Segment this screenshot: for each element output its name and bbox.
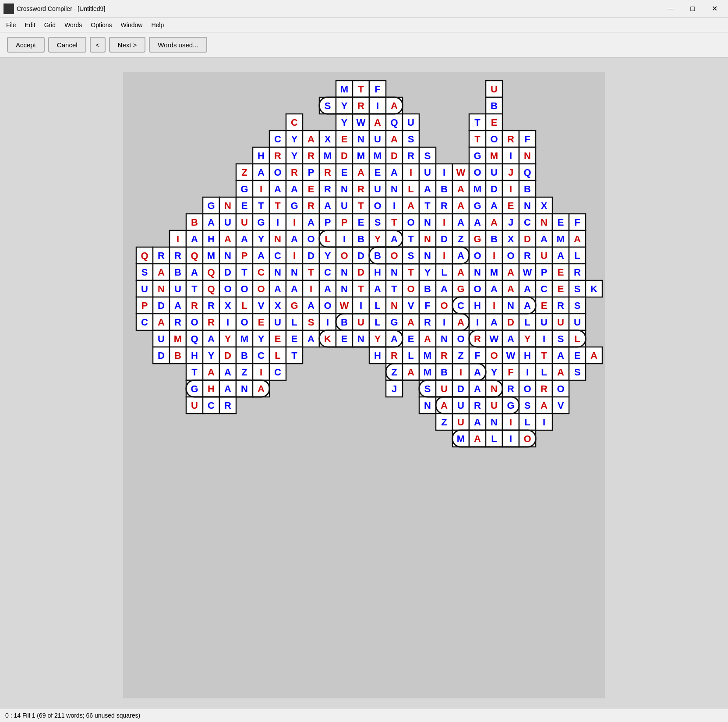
svg-text:I: I [293, 217, 296, 228]
svg-text:I: I [260, 184, 262, 195]
menu-help[interactable]: Help [147, 20, 168, 30]
window-controls[interactable]: — □ ✕ [661, 2, 724, 15]
cancel-button[interactable]: Cancel [48, 37, 86, 53]
svg-text:A: A [208, 367, 215, 378]
svg-text:B: B [441, 184, 448, 195]
svg-text:A: A [507, 333, 514, 344]
svg-text:A: A [391, 167, 398, 178]
svg-text:A: A [258, 167, 265, 178]
svg-text:E: E [491, 117, 498, 128]
svg-text:A: A [208, 217, 215, 228]
svg-text:Q: Q [390, 117, 398, 128]
menu-window[interactable]: Window [117, 20, 147, 30]
svg-text:Y: Y [524, 333, 531, 344]
svg-text:O: O [407, 283, 414, 294]
svg-text:P: P [141, 300, 148, 311]
svg-text:O: O [440, 300, 448, 311]
svg-text:A: A [441, 283, 448, 294]
svg-text:M: M [240, 333, 248, 344]
svg-text:A: A [191, 267, 198, 278]
menu-options[interactable]: Options [86, 20, 116, 30]
minimize-button[interactable]: — [661, 2, 681, 15]
svg-text:X: X [225, 300, 231, 311]
svg-text:C: C [258, 350, 265, 361]
svg-text:A: A [474, 217, 481, 228]
words-used-button[interactable]: Words used... [149, 37, 207, 53]
svg-text:D: D [507, 317, 514, 328]
svg-text:R: R [224, 400, 231, 411]
svg-text:A: A [457, 217, 464, 228]
svg-text:O: O [240, 283, 248, 294]
svg-text:N: N [341, 283, 348, 294]
svg-text:V: V [558, 400, 564, 411]
accept-button[interactable]: Accept [7, 37, 45, 53]
prev-button[interactable]: < [90, 37, 106, 53]
maximize-button[interactable]: □ [682, 2, 703, 15]
menu-edit[interactable]: Edit [21, 20, 40, 30]
svg-text:G: G [240, 184, 248, 195]
svg-text:T: T [358, 283, 364, 294]
svg-text:S: S [424, 383, 431, 394]
svg-text:A: A [474, 367, 481, 378]
svg-text:N: N [224, 200, 231, 211]
svg-text:A: A [424, 184, 431, 195]
svg-text:Z: Z [391, 367, 397, 378]
svg-text:T: T [408, 267, 414, 278]
svg-text:Y: Y [424, 267, 431, 278]
svg-text:G: G [290, 300, 298, 311]
svg-text:R: R [191, 300, 198, 311]
close-button[interactable]: ✕ [704, 2, 724, 15]
svg-text:W: W [357, 117, 366, 128]
svg-text:A: A [208, 333, 215, 344]
svg-text:Y: Y [341, 117, 348, 128]
crossword-grid: .cell-border { fill: white; stroke: #111… [123, 72, 605, 698]
svg-text:B: B [174, 350, 181, 361]
svg-text:I: I [509, 150, 512, 161]
svg-text:P: P [541, 267, 548, 278]
svg-text:B: B [491, 100, 498, 111]
svg-text:O: O [340, 250, 348, 261]
svg-text:N: N [391, 267, 398, 278]
svg-text:N: N [391, 300, 398, 311]
svg-text:A: A [507, 267, 514, 278]
svg-text:Q: Q [207, 267, 215, 278]
svg-text:E: E [375, 167, 381, 178]
svg-text:O: O [240, 317, 248, 328]
svg-text:H: H [374, 350, 381, 361]
svg-text:U: U [441, 383, 448, 394]
svg-text:A: A [391, 234, 398, 244]
svg-text:E: E [558, 217, 564, 228]
svg-text:B: B [241, 350, 248, 361]
svg-text:Y: Y [258, 333, 265, 344]
svg-text:J: J [508, 217, 513, 228]
svg-text:R: R [324, 167, 331, 178]
svg-text:N: N [274, 234, 281, 244]
svg-text:A: A [307, 300, 315, 311]
svg-text:D: D [457, 383, 464, 394]
svg-text:S: S [524, 400, 531, 411]
svg-text:R: R [441, 200, 448, 211]
svg-text:V: V [258, 300, 265, 311]
next-button[interactable]: Next > [109, 37, 146, 53]
menu-file[interactable]: File [2, 20, 21, 30]
svg-text:L: L [524, 417, 530, 428]
svg-text:O: O [507, 250, 514, 261]
menu-grid[interactable]: Grid [40, 20, 60, 30]
svg-text:T: T [424, 200, 431, 211]
svg-text:F: F [375, 84, 380, 95]
svg-text:E: E [508, 200, 514, 211]
svg-text:N: N [158, 283, 165, 294]
svg-text:T: T [291, 350, 297, 361]
svg-text:N: N [441, 333, 448, 344]
svg-text:N: N [357, 134, 364, 145]
svg-text:U: U [274, 317, 281, 328]
svg-text:U: U [241, 217, 248, 228]
svg-text:A: A [474, 433, 481, 444]
svg-text:H: H [524, 350, 531, 361]
menu-words[interactable]: Words [60, 20, 86, 30]
svg-text:Q: Q [191, 333, 198, 344]
svg-text:Q: Q [191, 250, 198, 261]
svg-text:I: I [509, 417, 512, 428]
svg-text:R: R [208, 317, 215, 328]
svg-text:L: L [375, 317, 380, 328]
